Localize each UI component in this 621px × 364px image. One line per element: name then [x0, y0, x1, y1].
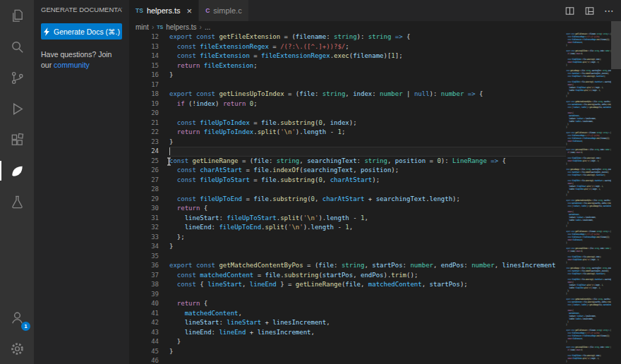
line-number[interactable]: 29 — [129, 195, 159, 205]
line-number[interactable]: 34 — [129, 242, 159, 252]
editor-scrollbar[interactable] — [611, 21, 621, 364]
line-number[interactable]: 14 — [129, 51, 159, 61]
line-number[interactable]: 44 — [129, 337, 159, 347]
code-line-26[interactable]: const charAtStart = file.indexOf(searchi… — [169, 166, 566, 176]
code-line-23[interactable]: } — [169, 138, 566, 147]
code-line-25[interactable]: const getLineRange = (file: string, sear… — [169, 157, 566, 166]
settings-gear-icon[interactable] — [0, 333, 34, 364]
minimap-line: const { lineStart, lineEnd } = getLineRa… — [566, 106, 611, 109]
line-number[interactable]: 16 — [129, 71, 159, 80]
code-line-34[interactable]: } — [169, 242, 566, 252]
line-number[interactable]: 27 — [129, 176, 159, 186]
search-icon[interactable] — [0, 31, 34, 62]
code-line-43[interactable]: lineEnd: lineEnd + linesIncrement, — [169, 328, 566, 338]
code-line-37[interactable]: const matchedContent = file.substring(st… — [169, 271, 566, 281]
line-number[interactable]: 21 — [129, 119, 159, 128]
line-number[interactable]: 17 — [129, 80, 159, 90]
mintlify-doc-writer-icon[interactable] — [0, 155, 34, 186]
line-number[interactable]: 24 — [129, 147, 159, 157]
account-icon[interactable]: 1 — [0, 302, 34, 333]
code-line-30[interactable]: return { — [169, 204, 566, 214]
code-line-31[interactable]: lineStart: fileUpToStart.split('\n').len… — [169, 214, 566, 224]
testing-flask-icon[interactable] — [0, 186, 34, 217]
line-number[interactable]: 33 — [129, 233, 159, 243]
line-number[interactable]: 19 — [129, 99, 159, 109]
code-line-46[interactable] — [169, 356, 566, 364]
code-line-32[interactable]: lineEnd: fileUpToEnd.split('\n').length … — [169, 223, 566, 233]
line-number[interactable]: 35 — [129, 252, 159, 262]
editor-actions: ⋯ — [565, 0, 621, 21]
code-line-38[interactable]: const { lineStart, lineEnd } = getLineRa… — [169, 280, 566, 290]
extensions-icon[interactable] — [0, 124, 34, 155]
breadcrumb-file[interactable]: helpers.ts — [166, 23, 196, 31]
code-line-45[interactable]: } — [169, 347, 566, 357]
line-number[interactable]: 28 — [129, 185, 159, 195]
line-number[interactable]: 30 — [129, 204, 159, 214]
line-number[interactable]: 15 — [129, 61, 159, 71]
line-number[interactable]: 40 — [129, 299, 159, 309]
line-number[interactable]: 36 — [129, 261, 159, 271]
community-link[interactable]: community — [54, 61, 90, 69]
tab-helpers-ts[interactable]: TS helpers.ts × — [129, 0, 199, 21]
code-line-44[interactable]: } — [169, 337, 566, 347]
code-line-28[interactable] — [169, 185, 566, 195]
code-line-40[interactable]: return { — [169, 299, 566, 309]
split-editor-icon[interactable] — [565, 6, 575, 16]
code-line-39[interactable] — [169, 290, 566, 300]
code-line-24[interactable] — [169, 147, 566, 157]
run-debug-icon[interactable] — [0, 93, 34, 124]
gutter[interactable]: 1213141516171819202122232425262728293031… — [129, 32, 169, 364]
minimap[interactable]: export const getFileExtension = (filenam… — [566, 21, 611, 364]
more-actions-icon[interactable]: ⋯ — [604, 6, 614, 16]
line-number[interactable]: 20 — [129, 109, 159, 119]
scrollbar-thumb[interactable] — [611, 21, 621, 69]
line-number[interactable]: 46 — [129, 356, 159, 364]
line-number[interactable]: 25 — [129, 157, 159, 166]
line-number[interactable]: 39 — [129, 290, 159, 300]
line-number[interactable]: 42 — [129, 318, 159, 328]
tab-simple-c[interactable]: C simple.c — [199, 0, 248, 21]
code-editor[interactable]: 1213141516171819202122232425262728293031… — [129, 32, 566, 364]
line-number[interactable]: 32 — [129, 223, 159, 233]
line-number[interactable]: 13 — [129, 42, 159, 52]
line-number[interactable]: 23 — [129, 138, 159, 147]
code-line-12[interactable]: export const getFileExtension = (filenam… — [169, 32, 566, 42]
code-line-17[interactable] — [169, 80, 566, 90]
code-line-42[interactable]: lineStart: lineStart + linesIncrement, — [169, 318, 566, 328]
close-tab-icon[interactable]: × — [187, 6, 193, 16]
line-number[interactable]: 45 — [129, 347, 159, 357]
breadcrumb-symbol[interactable]: ... — [205, 23, 210, 31]
breadcrumb-folder[interactable]: mint — [135, 23, 149, 31]
code-line-33[interactable]: }; — [169, 233, 566, 243]
zap-icon — [43, 28, 50, 36]
line-number[interactable]: 31 — [129, 214, 159, 224]
customize-layout-icon[interactable] — [584, 6, 595, 16]
line-number[interactable]: 18 — [129, 90, 159, 99]
code-line-22[interactable]: return fileUpToIndex.split('\n').length … — [169, 128, 566, 138]
line-number[interactable]: 41 — [129, 309, 159, 319]
source-control-icon[interactable] — [0, 62, 34, 93]
line-number[interactable]: 12 — [129, 32, 159, 42]
code-line-21[interactable]: const fileUpToIndex = file.substring(0, … — [169, 119, 566, 128]
code-line-20[interactable] — [169, 109, 566, 119]
line-number[interactable]: 43 — [129, 328, 159, 338]
line-number[interactable]: 38 — [129, 280, 159, 290]
code-line-41[interactable]: matchedContent, — [169, 309, 566, 319]
code-line-16[interactable]: } — [169, 71, 566, 80]
code-line-36[interactable]: export const getMatchedContentByPos = (f… — [169, 261, 566, 271]
code-line-19[interactable]: if (!index) return 0; — [169, 99, 566, 109]
generate-docs-button[interactable]: Generate Docs (⌘.) — [41, 23, 122, 40]
code-line-18[interactable]: export const getLinesUpToIndex = (file: … — [169, 90, 566, 99]
line-number[interactable]: 26 — [129, 166, 159, 176]
explorer-icon[interactable] — [0, 0, 34, 31]
code-line-13[interactable]: const fileExtensionRegex = /(?:\.([^.]+)… — [169, 42, 566, 52]
code-line-27[interactable]: const fileUpToStart = file.substring(0, … — [169, 176, 566, 186]
code-line-14[interactable]: const fileExtension = fileExtensionRegex… — [169, 51, 566, 61]
line-number[interactable]: 37 — [129, 271, 159, 281]
code-line-15[interactable]: return fileExtension; — [169, 61, 566, 71]
code-pane[interactable]: export const getFileExtension = (filenam… — [169, 32, 566, 364]
code-line-29[interactable]: const fileUpToEnd = file.substring(0, ch… — [169, 195, 566, 205]
line-number[interactable]: 22 — [129, 128, 159, 138]
code-line-35[interactable] — [169, 252, 566, 262]
c-file-icon: C — [205, 7, 210, 14]
